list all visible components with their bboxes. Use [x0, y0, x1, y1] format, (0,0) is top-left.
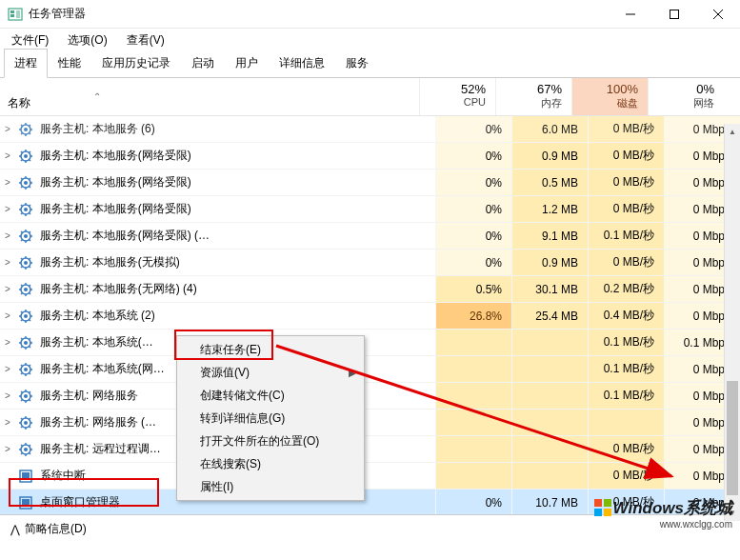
table-row[interactable]: >服务主机: 本地服务(网络受限)0%0.5 MB0 MB/秒0 Mbps [0, 170, 740, 196]
table-row[interactable]: >服务主机: 网络服务0.1 MB/秒0 Mbps [0, 383, 740, 410]
cell-memory: 0.9 MB [511, 250, 588, 275]
svg-line-116 [30, 391, 31, 393]
context-menu-item[interactable]: 在线搜索(S) [177, 452, 364, 475]
expand-chevron-icon[interactable]: > [0, 177, 15, 188]
svg-point-58 [24, 261, 28, 265]
menu-view[interactable]: 查看(V) [121, 30, 170, 50]
expand-chevron-icon[interactable]: > [0, 417, 15, 428]
window-title: 任务管理器 [29, 6, 609, 22]
svg-line-83 [21, 311, 23, 313]
minimize-button[interactable] [609, 0, 652, 28]
context-menu-item[interactable]: 创建转储文件(C) [177, 384, 364, 407]
svg-line-55 [21, 239, 23, 241]
svg-line-105 [21, 372, 23, 374]
table-row[interactable]: >服务主机: 本地服务(网络受限) (…0%9.1 MB0.1 MB/秒0 Mb… [0, 223, 740, 250]
process-name: 服务主机: 本地服务(网络受限) (… [40, 228, 435, 244]
process-name: 服务主机: 本地服务 (6) [40, 121, 435, 137]
svg-point-48 [24, 234, 28, 238]
tab-startup[interactable]: 启动 [181, 49, 225, 78]
tab-processes[interactable]: 进程 [4, 49, 48, 78]
context-menu-item[interactable]: 打开文件所在的位置(O) [177, 430, 364, 452]
gear-icon [17, 334, 34, 351]
svg-line-75 [21, 292, 23, 294]
table-row[interactable]: >服务主机: 本地系统(网…0.1 MB/秒0 Mbps [0, 356, 740, 383]
svg-line-125 [21, 426, 23, 428]
tab-performance[interactable]: 性能 [48, 49, 91, 78]
tab-app-history[interactable]: 应用历史记录 [91, 49, 181, 78]
gear-icon [17, 361, 34, 378]
column-name[interactable]: ⌃ 名称 [0, 78, 419, 115]
cell-disk: 0.4 MB/秒 [588, 303, 664, 329]
tab-details[interactable]: 详细信息 [269, 49, 335, 78]
column-cpu[interactable]: 52% CPU [419, 78, 495, 115]
tab-users[interactable]: 用户 [225, 49, 269, 78]
cell-disk [588, 410, 664, 435]
gear-icon [17, 254, 34, 271]
svg-line-33 [21, 178, 23, 180]
expand-chevron-icon[interactable]: > [0, 257, 15, 268]
svg-line-95 [21, 346, 23, 348]
cell-memory [511, 356, 588, 382]
cell-cpu [435, 356, 511, 382]
expand-chevron-icon[interactable]: > [0, 364, 15, 374]
svg-rect-4 [670, 10, 679, 18]
table-row[interactable]: >服务主机: 本地服务(网络受限)0%0.9 MB0 MB/秒0 Mbps [0, 143, 740, 170]
expand-chevron-icon[interactable]: > [0, 230, 15, 241]
process-icon [17, 494, 34, 511]
expand-chevron-icon[interactable]: > [0, 284, 15, 294]
expand-chevron-icon[interactable]: > [0, 390, 15, 401]
gear-icon [17, 388, 34, 405]
table-row[interactable]: >服务主机: 本地服务 (6)0%6.0 MB0 MB/秒0 Mbps [0, 116, 740, 143]
gear-icon [17, 148, 34, 165]
table-row[interactable]: >服务主机: 本地服务(无网络) (4)0.5%30.1 MB0.2 MB/秒0… [0, 276, 740, 303]
table-row[interactable]: >服务主机: 本地系统(…0.1 MB/秒0.1 Mbps [0, 330, 740, 356]
column-network[interactable]: 0% 网络 [648, 78, 724, 115]
svg-line-15 [21, 132, 23, 134]
column-memory[interactable]: 67% 内存 [495, 78, 571, 115]
table-row[interactable]: >服务主机: 本地服务(无模拟)0%0.9 MB0 MB/秒0 Mbps [0, 250, 740, 276]
svg-line-23 [21, 151, 23, 153]
cell-disk: 0.1 MB/秒 [588, 383, 664, 409]
expand-chevron-icon[interactable]: > [0, 310, 15, 321]
tab-services[interactable]: 服务 [335, 49, 379, 78]
table-row[interactable]: 系统中断0 MB/秒0 Mbps [0, 463, 740, 490]
svg-point-38 [24, 208, 28, 211]
svg-line-34 [30, 186, 31, 188]
expand-chevron-icon[interactable]: > [0, 204, 15, 214]
table-row[interactable]: >服务主机: 本地服务(网络受限)0%1.2 MB0 MB/秒0 Mbps [0, 196, 740, 223]
column-disk[interactable]: 100% 磁盘 [571, 78, 648, 115]
svg-line-56 [30, 231, 31, 233]
close-button[interactable] [696, 0, 740, 28]
expand-chevron-icon[interactable]: > [0, 337, 15, 348]
sort-icon: ⌃ [93, 91, 101, 102]
fewer-details-button[interactable]: 简略信息(D) [25, 521, 87, 537]
context-menu-item[interactable]: 转到详细信息(G) [177, 407, 364, 430]
expand-chevron-icon[interactable]: > [0, 444, 15, 454]
expand-chevron-icon[interactable]: > [0, 150, 15, 161]
table-row[interactable]: >服务主机: 本地系统 (2)26.8%25.4 MB0.4 MB/秒0 Mbp… [0, 303, 740, 330]
menu-options[interactable]: 选项(O) [62, 30, 112, 50]
context-menu-item[interactable]: 属性(I) [177, 475, 364, 498]
svg-line-133 [21, 445, 23, 447]
context-menu-item[interactable]: 资源值(V)▶ [177, 361, 364, 384]
vertical-scrollbar[interactable]: ▲ ▼ [724, 124, 740, 521]
cell-disk: 0 MB/秒 [588, 436, 664, 462]
table-row[interactable]: >服务主机: 远程过程调…0 MB/秒0 Mbps [0, 436, 740, 463]
cell-disk: 0.1 MB/秒 [588, 330, 664, 355]
svg-line-16 [30, 125, 31, 127]
svg-line-43 [21, 205, 23, 207]
maximize-button[interactable] [652, 0, 696, 28]
scrollbar-thumb[interactable] [727, 381, 738, 495]
svg-line-36 [30, 178, 31, 180]
expand-chevron-icon[interactable]: > [0, 124, 15, 134]
menu-file[interactable]: 文件(F) [6, 30, 54, 50]
context-menu-item[interactable]: 结束任务(E) [177, 338, 364, 361]
svg-rect-140 [22, 499, 30, 507]
chevron-up-icon[interactable]: ⋀ [10, 523, 21, 536]
gear-icon [17, 281, 34, 298]
cell-memory: 1.2 MB [511, 196, 588, 222]
watermark-url: www.wxclgg.com [594, 519, 732, 530]
scroll-up-button[interactable]: ▲ [725, 124, 740, 140]
table-row[interactable]: >服务主机: 网络服务 (…0 Mbps [0, 410, 740, 436]
process-icon [17, 468, 34, 485]
